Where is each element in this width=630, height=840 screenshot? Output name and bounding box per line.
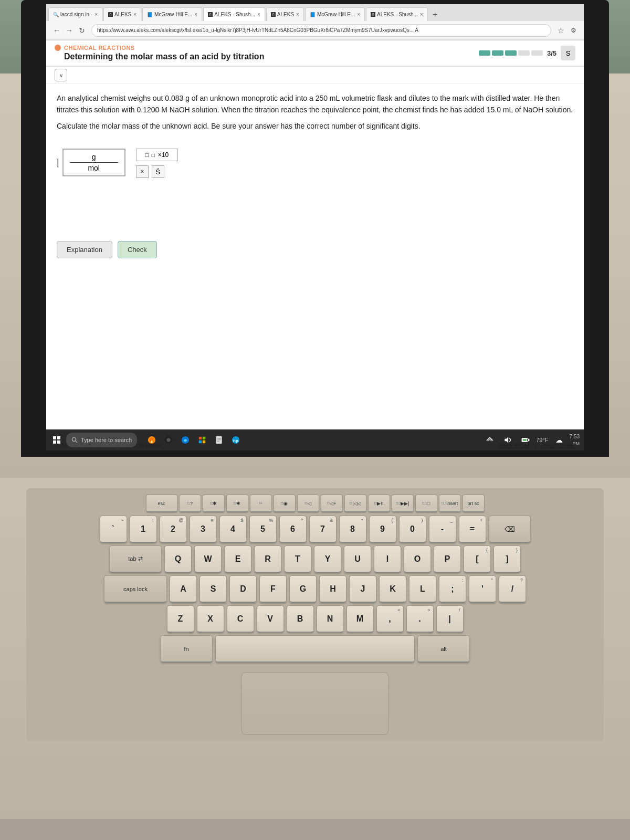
- explanation-button[interactable]: Explanation: [57, 241, 112, 258]
- s-special-button[interactable]: Ś: [152, 165, 164, 178]
- key-t[interactable]: T: [284, 545, 311, 573]
- key-f11[interactable]: f11□: [415, 495, 437, 512]
- forward-button[interactable]: →: [63, 24, 76, 37]
- key-f4[interactable]: f4: [250, 495, 272, 512]
- key-prtsc[interactable]: prt sc: [463, 495, 485, 512]
- key-7[interactable]: & 7: [309, 516, 337, 543]
- key-g[interactable]: G: [289, 575, 317, 603]
- taskbar-speaker-icon[interactable]: [500, 433, 515, 447]
- key-rbracket[interactable]: } ]: [494, 545, 521, 573]
- taskbar-battery-icon[interactable]: [518, 433, 533, 447]
- key-capslock[interactable]: caps lock: [104, 575, 167, 603]
- key-f9[interactable]: f9▶II: [368, 495, 390, 512]
- address-bar[interactable]: [91, 24, 551, 37]
- key-v[interactable]: V: [257, 605, 284, 633]
- check-button[interactable]: Check: [118, 241, 157, 258]
- key-c[interactable]: C: [227, 605, 254, 633]
- key-fn[interactable]: fn: [160, 635, 213, 663]
- key-backspace[interactable]: ⌫: [489, 516, 531, 543]
- extension-button[interactable]: ⚙: [567, 24, 580, 37]
- taskbar-action-center[interactable]: ☁: [552, 433, 566, 447]
- key-f8[interactable]: f8|◁◁: [344, 495, 366, 512]
- touchpad[interactable]: [242, 672, 388, 735]
- taskbar-network-icon[interactable]: [482, 433, 497, 447]
- taskbar-icon-circle[interactable]: [161, 433, 176, 447]
- key-0[interactable]: ) 0: [399, 516, 426, 543]
- key-5[interactable]: % 5: [249, 516, 277, 543]
- taskbar-icon-grid[interactable]: [195, 433, 209, 447]
- x-multiply-button[interactable]: ×: [136, 165, 149, 178]
- key-i[interactable]: I: [374, 545, 401, 573]
- key-a[interactable]: A: [170, 575, 197, 603]
- tab-close[interactable]: ×: [357, 12, 360, 17]
- key-f5[interactable]: f5◉: [274, 495, 296, 512]
- key-3[interactable]: # 3: [190, 516, 217, 543]
- fraction-input[interactable]: g mol: [62, 149, 125, 176]
- key-space[interactable]: [215, 635, 415, 663]
- key-f1[interactable]: f1?: [179, 495, 201, 512]
- key-f2[interactable]: f2✱: [203, 495, 225, 512]
- tab-laccd[interactable]: 🔍 laccd sign in - ×: [48, 7, 102, 21]
- key-p[interactable]: P: [434, 545, 461, 573]
- key-q[interactable]: Q: [164, 545, 192, 573]
- key-k[interactable]: K: [379, 575, 406, 603]
- key-h[interactable]: H: [319, 575, 346, 603]
- tab-close[interactable]: ×: [420, 12, 423, 17]
- key-minus[interactable]: _ -: [429, 516, 456, 543]
- tab-aleks2[interactable]: 🅰 ALEKS ×: [266, 7, 304, 21]
- taskbar-search-box[interactable]: Type here to search: [66, 433, 137, 447]
- tab-close[interactable]: ×: [94, 12, 98, 17]
- key-e[interactable]: E: [224, 545, 251, 573]
- key-d[interactable]: D: [229, 575, 257, 603]
- help-button[interactable]: S: [561, 46, 575, 60]
- key-r[interactable]: R: [254, 545, 281, 573]
- key-2[interactable]: @ 2: [160, 516, 187, 543]
- taskbar-icon-file[interactable]: [212, 433, 226, 447]
- key-period[interactable]: > .: [406, 605, 434, 633]
- key-f3[interactable]: f3✱: [226, 495, 248, 512]
- key-f12[interactable]: f12insert: [439, 495, 461, 512]
- key-w[interactable]: W: [194, 545, 222, 573]
- key-o[interactable]: O: [404, 545, 431, 573]
- key-tilde[interactable]: ~ `: [100, 516, 127, 543]
- key-f7[interactable]: f7◁+: [321, 495, 343, 512]
- key-equals[interactable]: + =: [459, 516, 486, 543]
- key-s[interactable]: S: [200, 575, 227, 603]
- back-button[interactable]: ←: [50, 24, 63, 37]
- tab-close[interactable]: ×: [194, 12, 197, 17]
- key-f10[interactable]: f10▶▶|: [392, 495, 414, 512]
- refresh-button[interactable]: ↻: [76, 24, 88, 37]
- key-x[interactable]: X: [197, 605, 224, 633]
- bookmark-button[interactable]: ☆: [554, 24, 567, 37]
- key-9[interactable]: ( 9: [369, 516, 396, 543]
- taskbar-icon-hp[interactable]: hp: [228, 433, 243, 447]
- key-6[interactable]: ^ 6: [279, 516, 307, 543]
- key-lbracket[interactable]: { [: [464, 545, 491, 573]
- tab-aleks-shush2[interactable]: 🅰 ALEKS - Shush... ×: [366, 7, 428, 21]
- key-semicolon[interactable]: : ;: [439, 575, 466, 603]
- taskbar-icon-colorful[interactable]: 🔥: [144, 433, 159, 447]
- key-f6[interactable]: f6◁: [297, 495, 319, 512]
- sci-notation-box[interactable]: □ □ ×10: [136, 149, 178, 161]
- key-m[interactable]: M: [346, 605, 374, 633]
- new-tab-button[interactable]: +: [429, 8, 442, 21]
- taskbar-icon-edge[interactable]: [178, 433, 193, 447]
- key-esc[interactable]: esc: [146, 495, 177, 512]
- key-j[interactable]: J: [349, 575, 376, 603]
- key-quote[interactable]: " ': [469, 575, 496, 603]
- key-y[interactable]: Y: [314, 545, 341, 573]
- key-tab[interactable]: tab ⇄: [109, 545, 162, 573]
- collapse-button[interactable]: ∨: [55, 69, 67, 81]
- key-l[interactable]: L: [409, 575, 436, 603]
- key-8[interactable]: * 8: [339, 516, 366, 543]
- tab-close[interactable]: ×: [133, 12, 136, 17]
- key-1[interactable]: ! 1: [130, 516, 157, 543]
- key-u[interactable]: U: [344, 545, 371, 573]
- key-b[interactable]: B: [287, 605, 314, 633]
- key-alt[interactable]: alt: [417, 635, 470, 663]
- key-f[interactable]: F: [259, 575, 287, 603]
- key-question[interactable]: ? /: [499, 575, 526, 603]
- key-4[interactable]: $ 4: [219, 516, 247, 543]
- key-comma[interactable]: < ,: [376, 605, 404, 633]
- tab-aleks1[interactable]: 🅰 ALEKS ×: [103, 7, 141, 21]
